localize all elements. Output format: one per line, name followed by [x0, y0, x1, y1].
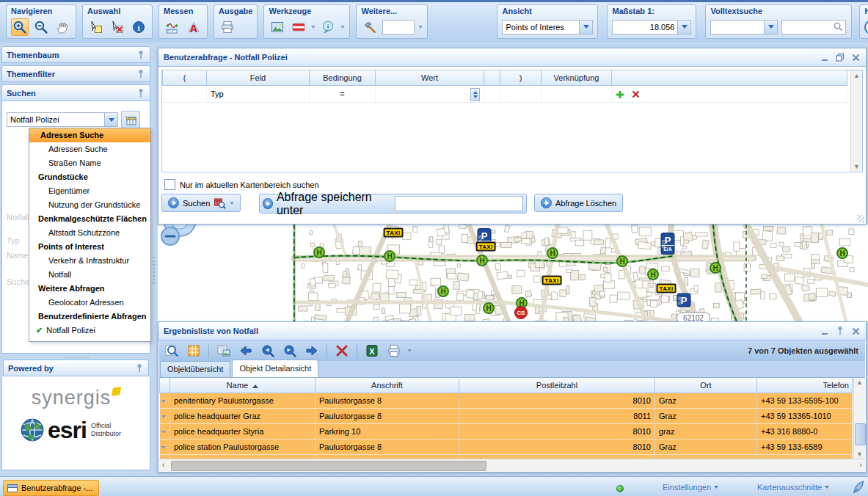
- map-marker-taxi[interactable]: TAXI: [476, 242, 496, 252]
- value-spinner[interactable]: [470, 88, 480, 101]
- print-button[interactable]: [219, 18, 236, 36]
- zoom-to-selection-button[interactable]: [163, 342, 180, 360]
- delete-query-button[interactable]: Abfrage Löschen: [534, 194, 623, 212]
- contact-button[interactable]: C: [864, 20, 868, 34]
- map-marker-taxi[interactable]: TAXI: [542, 276, 562, 285]
- search-tree-item[interactable]: Denkmalgeschützte Flächen: [29, 212, 150, 226]
- tools-button[interactable]: [361, 18, 379, 36]
- result-row[interactable]: penitentiary PaulustorgassePaulustorgass…: [160, 393, 853, 409]
- telefon-cell[interactable]: +43 59 133-6595-100: [757, 393, 853, 409]
- row-menu-cell[interactable]: [160, 440, 170, 455]
- paren-cell[interactable]: [163, 86, 207, 103]
- vertical-splitter[interactable]: [152, 44, 158, 473]
- row-menu-cell[interactable]: [160, 409, 170, 424]
- minimize-icon[interactable]: [820, 326, 830, 336]
- pan-button[interactable]: [54, 18, 71, 36]
- checkbox-box[interactable]: [164, 179, 175, 190]
- col-name[interactable]: Name: [170, 378, 316, 393]
- close-icon[interactable]: [850, 52, 861, 62]
- map-marker-h[interactable]: H: [616, 255, 628, 267]
- query-dialog-titlebar[interactable]: Benutzerabfrage - Notfall Polizei: [158, 48, 866, 67]
- ort-cell[interactable]: Graz: [655, 440, 757, 455]
- map-viewport[interactable]: BUSPE/ABUSPE/ABUSPHHHHHHHHHHHTAXITAXITAX…: [158, 225, 868, 321]
- search-tree-item[interactable]: Straßen Name: [29, 156, 150, 170]
- map-zoom-control[interactable]: [158, 225, 202, 255]
- map-marker-h[interactable]: H: [710, 262, 721, 274]
- search-tree-item[interactable]: Points of Interest: [29, 240, 150, 254]
- search-tree-item[interactable]: Adressen Suche: [29, 128, 150, 142]
- search-tree-item[interactable]: Nutzung der Grundstücke: [29, 198, 150, 212]
- save-query-button[interactable]: Abfrage speichern unter: [259, 194, 527, 214]
- operator-cell[interactable]: =: [310, 86, 376, 103]
- col-bedingung[interactable]: Bedingung: [310, 70, 376, 86]
- export-excel-button[interactable]: X: [363, 342, 381, 360]
- print-dropdown-caret[interactable]: [407, 349, 412, 352]
- results-titlebar[interactable]: Ergebnisliste von Notfall: [158, 322, 866, 340]
- close-icon[interactable]: [850, 326, 861, 336]
- telefon-cell[interactable]: +43 59 133-6589: [757, 440, 853, 455]
- zoom-out-button[interactable]: [32, 18, 50, 36]
- chevron-down-icon[interactable]: [677, 21, 690, 34]
- scrollbar-thumb[interactable]: [855, 423, 866, 445]
- fulltext-category-select[interactable]: [710, 20, 778, 34]
- flag-dropdown-caret[interactable]: [311, 26, 316, 29]
- table-map-button[interactable]: [215, 342, 233, 360]
- query-grid-scrollbar[interactable]: ▲▼: [850, 70, 862, 172]
- search-tree-item[interactable]: Grundstücke: [29, 170, 150, 184]
- sidebar-panel-themenfilter[interactable]: Themenfilter: [1, 65, 150, 82]
- search-button[interactable]: Suchen: [161, 194, 241, 212]
- plz-cell[interactable]: 8011: [459, 409, 655, 424]
- name-cell[interactable]: police headquarter Graz: [170, 409, 316, 424]
- map-marker-h[interactable]: H: [836, 247, 848, 259]
- result-row[interactable]: police headquarter GrazPaulustorgasse 88…: [160, 409, 853, 424]
- measure-distance-button[interactable]: [164, 18, 181, 36]
- add-row-icon[interactable]: [616, 90, 624, 99]
- ort-cell[interactable]: Graz: [655, 393, 757, 409]
- anschrift-cell[interactable]: Paulustorgasse 8: [316, 393, 459, 409]
- identify-button[interactable]: i: [130, 18, 147, 36]
- delete-row-icon[interactable]: [632, 90, 640, 98]
- measure-area-button[interactable]: A: [185, 18, 203, 36]
- plz-cell[interactable]: 8010: [459, 424, 655, 440]
- telefon-cell[interactable]: +43 59 13365-1010: [757, 409, 853, 424]
- tab-objekt-detailansicht[interactable]: Objekt Detailansicht: [232, 360, 318, 377]
- close-paren-cell[interactable]: [500, 86, 541, 103]
- map-marker-h[interactable]: H: [647, 269, 659, 280]
- maptip-button[interactable]: i: [319, 18, 337, 36]
- link-cell[interactable]: [541, 86, 612, 103]
- print-results-button[interactable]: [385, 342, 403, 360]
- name-cell[interactable]: penitentiary Paulustorgasse: [170, 393, 316, 409]
- kartenausschnitte-menu[interactable]: Kartenausschnitte: [757, 483, 829, 492]
- search-tree-item[interactable]: Geolocator Adressen: [29, 296, 150, 310]
- col-telefon[interactable]: Telefon: [757, 378, 853, 393]
- result-row[interactable]: police station PaulustorgassePaulustorga…: [160, 440, 853, 455]
- sidebar-panel-themenbaum[interactable]: Themenbaum: [1, 46, 150, 63]
- maptip-dropdown-caret[interactable]: [340, 26, 345, 29]
- plz-cell[interactable]: 8010: [459, 440, 655, 455]
- remove-results-button[interactable]: [333, 342, 351, 360]
- map-marker-taxi[interactable]: TAXI: [384, 228, 404, 238]
- search-tree-item[interactable]: Altstadt Schutzzone: [29, 226, 150, 240]
- search-tree-item[interactable]: Notfall: [29, 268, 150, 282]
- sidebar-panel-suchen[interactable]: Suchen: [1, 84, 150, 101]
- resize-grip[interactable]: [857, 215, 864, 222]
- col-close-paren[interactable]: ): [500, 70, 541, 86]
- select-button[interactable]: [87, 18, 105, 36]
- restore-icon[interactable]: [835, 52, 845, 62]
- col-feld[interactable]: Feld: [207, 70, 310, 86]
- powered-by-header[interactable]: Powered by: [3, 360, 149, 376]
- last-result-button[interactable]: [303, 342, 321, 360]
- query-row[interactable]: Typ =: [163, 86, 847, 103]
- row-caret-icon[interactable]: [161, 400, 166, 403]
- chevron-down-icon[interactable]: [764, 21, 777, 34]
- map-marker-h[interactable]: H: [437, 285, 449, 297]
- redlining-pen-icon[interactable]: [851, 480, 866, 495]
- pin-icon[interactable]: [136, 88, 145, 98]
- row-menu-cell[interactable]: [160, 393, 170, 409]
- search-tree-item[interactable]: Weitere Abfragen: [29, 282, 150, 296]
- search-icon[interactable]: [833, 21, 844, 32]
- overview-flag-button[interactable]: [290, 18, 307, 36]
- telefon-cell[interactable]: +43 316 8880-0: [757, 424, 853, 440]
- massstab-select[interactable]: 18.056: [612, 20, 691, 34]
- search-tree-item[interactable]: Benutzerdefinierte Abfragen: [29, 310, 150, 324]
